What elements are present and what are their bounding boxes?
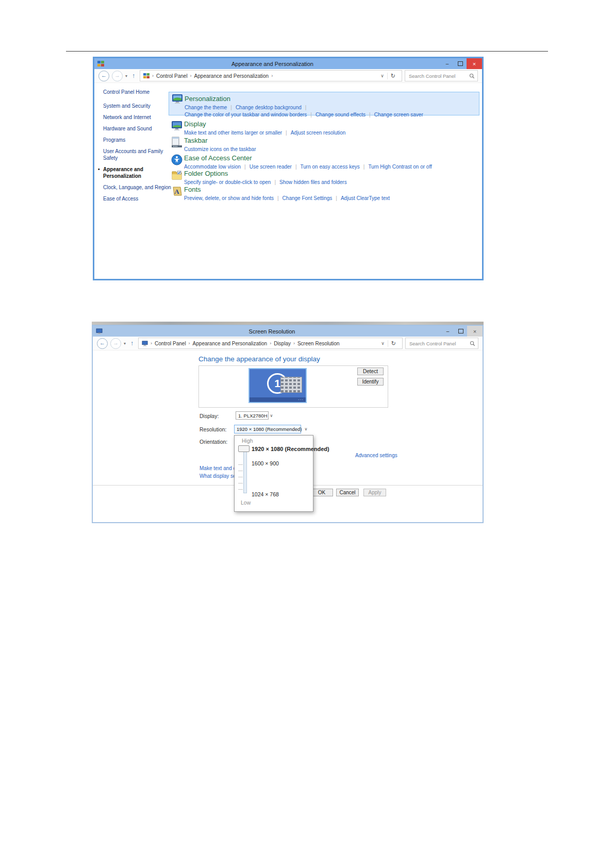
sidebar-item-appearance-active[interactable]: • Appearance and Personalization <box>103 166 168 179</box>
advanced-settings-link[interactable]: Advanced settings <box>355 453 397 458</box>
address-dropdown-icon[interactable]: ∨ <box>378 341 388 346</box>
task-link[interactable]: Make text and other items larger or smal… <box>184 130 282 136</box>
sidebar: Control Panel Home System and Security N… <box>94 82 168 279</box>
titlebar[interactable]: Screen Resolution – × <box>93 326 483 337</box>
slider-tick-marks <box>238 464 243 493</box>
search-input[interactable] <box>408 73 469 79</box>
breadcrumb-screen-resolution[interactable]: Screen Resolution <box>297 341 340 346</box>
sidebar-item-hardware-sound[interactable]: Hardware and Sound <box>103 125 168 132</box>
minimize-button[interactable]: – <box>441 58 454 69</box>
address-bar[interactable]: › Control Panel › Appearance and Persona… <box>138 338 403 349</box>
chevron-down-icon: ∨ <box>304 427 307 431</box>
maximize-button[interactable] <box>454 326 467 337</box>
section-folder-options: Folder Options Specify single- or double… <box>169 169 479 185</box>
titlebar[interactable]: Appearance and Personalization – × <box>94 58 482 69</box>
search-input[interactable] <box>408 340 470 347</box>
section-title-display[interactable]: Display <box>184 120 206 128</box>
sidebar-item-user-accounts[interactable]: User Accounts and Family Safety <box>103 148 168 161</box>
cancel-button[interactable]: Cancel <box>336 489 359 496</box>
task-link[interactable]: Adjust screen resolution <box>291 130 346 136</box>
orientation-label: Orientation: <box>200 439 227 445</box>
sidebar-item-network-internet[interactable]: Network and Internet <box>103 114 168 121</box>
sidebar-item-clock-language[interactable]: Clock, Language, and Region <box>103 184 168 191</box>
sidebar-item-home[interactable]: Control Panel Home <box>103 89 168 95</box>
resolution-slider-thumb[interactable] <box>238 445 250 452</box>
up-button[interactable]: ↑ <box>130 72 137 79</box>
high-label: High <box>242 438 253 444</box>
section-title-fonts[interactable]: Fonts <box>184 186 201 193</box>
minimize-button[interactable]: – <box>441 326 454 337</box>
close-button[interactable]: × <box>467 58 482 69</box>
task-link[interactable]: Change sound effects <box>316 112 366 118</box>
breadcrumb-control-panel[interactable]: Control Panel <box>155 341 186 346</box>
page-heading: Change the appearance of your display <box>198 355 320 363</box>
resolution-label: Resolution: <box>200 426 227 432</box>
breadcrumb-display[interactable]: Display <box>274 341 291 346</box>
task-link[interactable]: Change the theme <box>185 105 227 110</box>
breadcrumb-control-panel[interactable]: Control Panel <box>156 73 188 79</box>
crumb-separator: › <box>271 73 273 78</box>
task-link[interactable]: Change screen saver <box>374 112 423 118</box>
display-select[interactable]: 1. PLX2780H ∨ <box>236 411 269 420</box>
window-controls: – × <box>441 58 482 69</box>
window-title: Appearance and Personalization <box>104 61 441 67</box>
forward-button[interactable]: → <box>110 338 121 349</box>
section-title-folder-options[interactable]: Folder Options <box>184 170 228 177</box>
resolution-option-1024[interactable]: 1024 × 768 <box>252 491 279 497</box>
link-separator: | <box>310 112 312 118</box>
section-title-ease-of-access[interactable]: Ease of Access Center <box>184 154 252 162</box>
taskbar-icon <box>171 137 182 148</box>
up-button[interactable]: ↑ <box>128 340 136 347</box>
maximize-button[interactable] <box>454 58 467 69</box>
crumb-separator: › <box>189 341 190 346</box>
back-button[interactable]: ← <box>97 338 108 349</box>
recent-pages-button[interactable]: ▾ <box>124 341 126 346</box>
navigation-bar: ← → ▾ ↑ › Control Panel › Appearance and… <box>93 337 483 350</box>
ok-button[interactable]: OK <box>310 489 333 496</box>
address-bar[interactable]: › Control Panel › Appearance and Persona… <box>140 70 402 81</box>
crumb-separator: › <box>152 73 154 78</box>
resolution-option-1920[interactable]: 1920 × 1080 (Recommended) <box>252 446 329 452</box>
personalization-icon <box>172 93 183 105</box>
display-preview-monitor[interactable]: 1 ··· <box>248 368 307 403</box>
crumb-separator: › <box>151 341 152 346</box>
task-link[interactable]: Preview, delete, or show and hide fonts <box>184 195 274 201</box>
recent-pages-button[interactable]: ▾ <box>125 74 127 78</box>
task-link[interactable]: Change the color of your taskbar and win… <box>185 112 307 118</box>
link-separator: | <box>230 105 232 110</box>
refresh-icon[interactable]: ↻ <box>387 73 399 79</box>
refresh-icon[interactable]: ↻ <box>388 340 399 347</box>
task-link[interactable]: Change desktop background <box>236 105 302 110</box>
search-box <box>405 338 478 349</box>
section-title-personalization[interactable]: Personalization <box>185 95 230 103</box>
task-link[interactable]: Change Font Settings <box>283 195 333 201</box>
monitor-stand: ··· <box>250 397 306 402</box>
section-title-taskbar[interactable]: Taskbar <box>184 137 208 144</box>
sidebar-item-programs[interactable]: Programs <box>103 137 168 143</box>
detect-button[interactable]: Detect <box>357 368 384 375</box>
maximize-icon <box>458 329 463 333</box>
identify-button[interactable]: Identify <box>357 378 384 386</box>
screen-resolution-window: Screen Resolution – × ← → ▾ ↑ › Control … <box>92 325 484 523</box>
sidebar-item-ease-of-access[interactable]: Ease of Access <box>103 195 168 202</box>
resolution-slider-track[interactable] <box>243 448 247 493</box>
window-title: Screen Resolution <box>103 328 441 335</box>
resolution-select-value: 1920 × 1080 (Recommended) <box>237 426 302 432</box>
sidebar-item-system-security[interactable]: System and Security <box>103 103 168 109</box>
close-button[interactable]: × <box>467 326 483 337</box>
task-link[interactable]: Customize icons on the taskbar <box>184 146 256 152</box>
resolution-option-1600[interactable]: 1600 × 900 <box>252 460 279 466</box>
task-link[interactable]: Adjust ClearType text <box>341 195 390 201</box>
resolution-select[interactable]: 1920 × 1080 (Recommended) ∨ <box>234 425 301 433</box>
fonts-icon: A <box>171 186 182 197</box>
breadcrumb-appearance[interactable]: Appearance and Personalization <box>193 341 268 346</box>
breadcrumb-appearance[interactable]: Appearance and Personalization <box>194 73 269 79</box>
forward-button[interactable]: → <box>112 71 123 81</box>
address-dropdown-icon[interactable]: ∨ <box>377 73 387 78</box>
crumb-separator: › <box>190 73 192 78</box>
address-bar-controls: ∨ ↻ <box>378 338 399 348</box>
appearance-personalization-window: Appearance and Personalization – × ← → ▾… <box>93 57 484 280</box>
back-button[interactable]: ← <box>98 71 109 81</box>
ellipsis-icon: ··· <box>298 397 304 402</box>
apply-button[interactable]: Apply <box>363 489 386 496</box>
